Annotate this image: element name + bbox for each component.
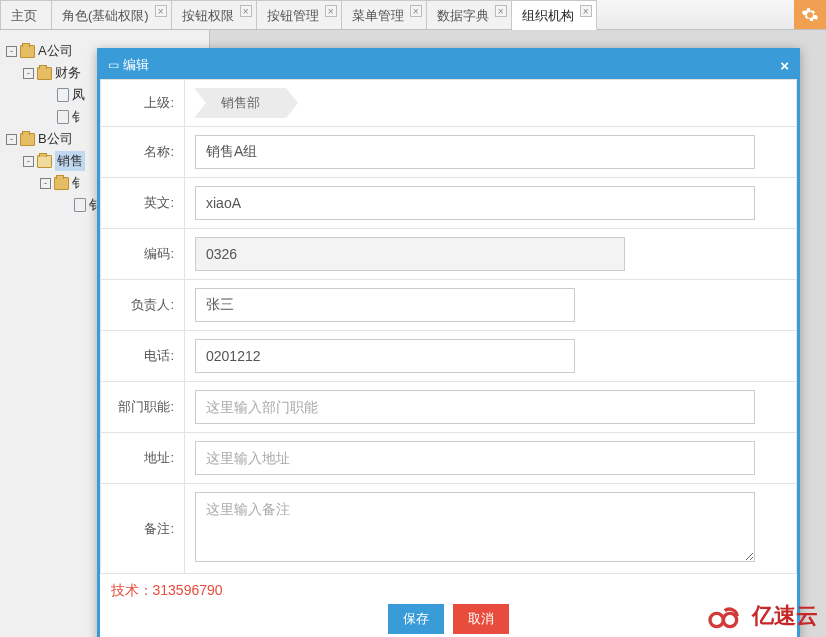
tech-info: 技术：313596790 [111,582,787,600]
parent-breadcrumb[interactable]: 销售部 [195,88,286,118]
settings-button[interactable] [794,0,826,29]
close-icon[interactable]: × [495,5,507,17]
close-icon[interactable]: × [580,5,592,17]
logo-icon [706,602,746,630]
dialog-close-button[interactable]: × [780,57,789,74]
label-code: 编码: [101,229,185,280]
tab-label: 组织机构 [522,8,574,23]
remark-textarea[interactable] [195,492,755,562]
tech-value: 313596790 [153,582,223,598]
code-input[interactable] [195,237,625,271]
watermark: 亿速云 [706,601,818,631]
tab-button-mgmt[interactable]: 按钮管理× [257,0,342,29]
name-input[interactable] [195,135,755,169]
tab-dict[interactable]: 数据字典× [427,0,512,29]
english-input[interactable] [195,186,755,220]
tab-org[interactable]: 组织机构× [512,0,597,30]
owner-input[interactable] [195,288,575,322]
edit-dialog: ▭ 编辑 × 上级: 销售部 名称: 英文: 编码: 负责人: [97,48,800,637]
cancel-button[interactable]: 取消 [453,604,509,634]
label-english: 英文: [101,178,185,229]
address-input[interactable] [195,441,755,475]
tab-label: 数据字典 [437,8,489,23]
save-button[interactable]: 保存 [388,604,444,634]
svg-point-1 [723,613,736,626]
edit-form: 上级: 销售部 名称: 英文: 编码: 负责人: 电话: [100,79,797,637]
svg-point-0 [710,613,723,626]
label-duty: 部门职能: [101,382,185,433]
label-owner: 负责人: [101,280,185,331]
close-icon[interactable]: × [240,5,252,17]
tab-menu-mgmt[interactable]: 菜单管理× [342,0,427,29]
gear-icon [801,6,819,24]
tab-bar: 主页 角色(基础权限)× 按钮权限× 按钮管理× 菜单管理× 数据字典× 组织机… [0,0,826,30]
duty-input[interactable] [195,390,755,424]
phone-input[interactable] [195,339,575,373]
tab-label: 按钮管理 [267,8,319,23]
tab-label: 菜单管理 [352,8,404,23]
tab-home[interactable]: 主页 [0,0,52,29]
tab-label: 按钮权限 [182,8,234,23]
dialog-header[interactable]: ▭ 编辑 × [100,51,797,79]
window-icon: ▭ [108,58,119,72]
label-address: 地址: [101,433,185,484]
label-name: 名称: [101,127,185,178]
tab-roles[interactable]: 角色(基础权限)× [52,0,172,29]
label-parent: 上级: [101,80,185,127]
label-remark: 备注: [101,484,185,574]
label-phone: 电话: [101,331,185,382]
close-icon[interactable]: × [155,5,167,17]
watermark-text: 亿速云 [752,601,818,631]
tech-label: 技术： [111,582,153,598]
dialog-title: 编辑 [123,56,149,74]
tab-label: 角色(基础权限) [62,8,149,23]
tab-button-perm[interactable]: 按钮权限× [172,0,257,29]
close-icon[interactable]: × [325,5,337,17]
tab-label: 主页 [11,8,37,23]
close-icon[interactable]: × [410,5,422,17]
